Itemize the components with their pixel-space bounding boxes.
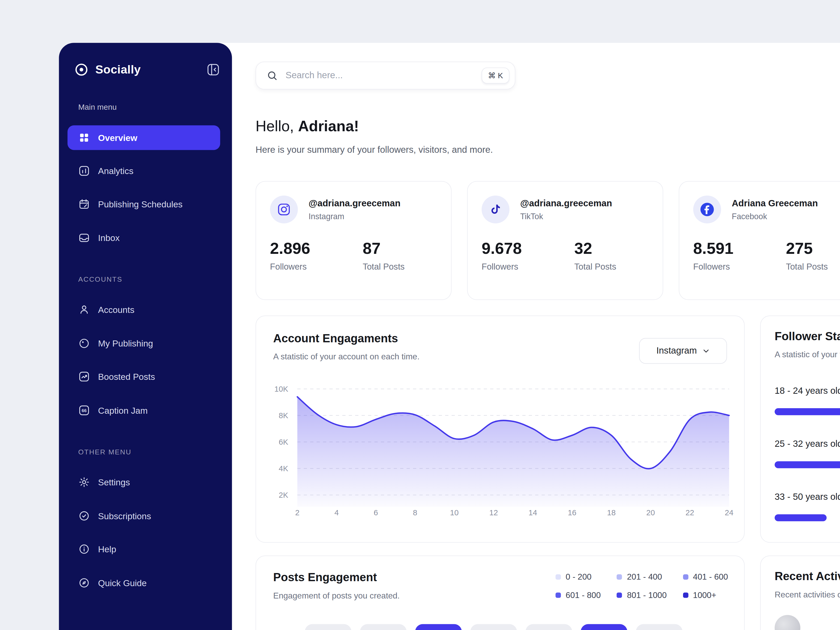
posts-count: 32 xyxy=(574,239,649,257)
page-subtitle: Here is your summary of your followers, … xyxy=(256,145,493,155)
sidebar-item-subscriptions[interactable]: Subscriptions xyxy=(68,504,220,528)
sidebar-item-my-publishing[interactable]: My Publishing xyxy=(68,331,220,356)
sidebar-item-overview[interactable]: Overview xyxy=(68,125,220,150)
account-platform: Facebook xyxy=(732,212,818,221)
heatmap-cell[interactable] xyxy=(636,624,682,630)
section-label-accounts: ACCOUNTS xyxy=(78,275,122,284)
help-icon xyxy=(78,543,90,555)
instagram-stat-card[interactable]: @adriana.greeceman Instagram 2.896Follow… xyxy=(256,181,452,300)
account-handle: @adriana.greeceman xyxy=(309,198,401,209)
socially-logo-icon xyxy=(74,62,89,77)
svg-text:12: 12 xyxy=(489,508,498,517)
sidebar-item-label: My Publishing xyxy=(98,338,153,349)
section-label-other-menu: OTHER MENU xyxy=(78,448,131,456)
search-icon xyxy=(267,70,278,81)
sidebar-item-label: Overview xyxy=(98,133,137,143)
legend-item: 1000+ xyxy=(683,591,716,600)
facebook-stat-card[interactable]: Adriana Greeceman Facebook 8.591Follower… xyxy=(679,181,840,300)
legend-item: 0 - 200 xyxy=(556,572,591,582)
section-label-main-menu: Main menu xyxy=(78,103,117,112)
heatmap-cell[interactable] xyxy=(581,624,627,630)
sidebar-item-caption-jam[interactable]: 66 Caption Jam xyxy=(68,398,220,423)
calendar-icon xyxy=(78,198,90,210)
sidebar-item-label: Accounts xyxy=(98,305,134,315)
chevron-down-icon xyxy=(702,347,710,355)
sidebar-item-quick-guide[interactable]: Quick Guide xyxy=(68,570,220,595)
followers-label: Followers xyxy=(270,262,363,272)
age-group-row: 33 - 50 years old xyxy=(775,492,840,521)
legend-dot xyxy=(617,574,622,579)
heatmap-cell[interactable] xyxy=(360,624,407,630)
svg-text:4K: 4K xyxy=(279,464,288,473)
dashboard-page: Socially Main menu Overview Analytics Pu… xyxy=(0,0,840,630)
heatmap-cell[interactable] xyxy=(415,624,462,630)
sidebar-item-label: Analytics xyxy=(98,166,133,176)
search-input[interactable] xyxy=(284,69,475,81)
followers-label: Followers xyxy=(482,262,574,272)
caption-icon: 66 xyxy=(78,404,90,416)
engagement-area-chart: 10K8K6K4K2K24681012141618202224 xyxy=(262,379,736,522)
inbox-icon xyxy=(78,232,90,244)
sidebar-item-inbox[interactable]: Inbox xyxy=(68,226,220,250)
sidebar-item-label: Help xyxy=(98,544,116,554)
followers-count: 8.591 xyxy=(693,239,786,257)
legend-dot xyxy=(683,592,688,598)
svg-text:6: 6 xyxy=(374,508,378,517)
sidebar-item-label: Caption Jam xyxy=(98,405,147,415)
account-stat-cards: @adriana.greeceman Instagram 2.896Follow… xyxy=(256,181,840,300)
heatmap-cell[interactable] xyxy=(526,624,572,630)
svg-text:66: 66 xyxy=(82,408,87,413)
card-title: Recent Activity xyxy=(775,570,840,583)
sidebar-item-analytics[interactable]: Analytics xyxy=(68,159,220,183)
user-icon xyxy=(78,304,90,316)
sidebar-item-label: Quick Guide xyxy=(98,578,147,588)
card-subtitle: Recent activities of your account xyxy=(775,590,840,600)
search-shortcut-badge: ⌘ K xyxy=(482,68,510,84)
followers-count: 2.896 xyxy=(270,239,363,257)
settings-icon xyxy=(78,476,90,488)
svg-text:20: 20 xyxy=(646,508,655,517)
heatmap-cell[interactable] xyxy=(305,624,352,630)
engagement-legend: 0 - 200 201 - 400 401 - 600 601 - 800 80… xyxy=(556,572,728,600)
sidebar-item-label: Subscriptions xyxy=(98,511,151,521)
sidebar-item-label: Inbox xyxy=(98,233,120,243)
tiktok-stat-card[interactable]: @adriana.greeceman TikTok 9.678Followers… xyxy=(467,181,663,300)
sidebar-item-publishing-schedules[interactable]: Publishing Schedules xyxy=(68,192,220,216)
card-title: Follower Statistic xyxy=(775,330,840,343)
progress-bar xyxy=(775,514,840,521)
boost-icon xyxy=(78,371,90,382)
legend-item: 801 - 1000 xyxy=(617,591,667,600)
heatmap-cell[interactable] xyxy=(471,624,517,630)
sidebar: Socially Main menu Overview Analytics Pu… xyxy=(59,43,232,630)
account-handle: Adriana Greeceman xyxy=(732,198,818,209)
svg-text:8K: 8K xyxy=(279,411,288,420)
account-platform: TikTok xyxy=(520,212,612,221)
platform-filter-dropdown[interactable]: Instagram xyxy=(639,338,727,364)
quick-guide-icon xyxy=(78,577,90,589)
followers-count: 9.678 xyxy=(482,239,574,257)
search-bar[interactable]: ⌘ K xyxy=(256,62,515,90)
sidebar-item-label: Publishing Schedules xyxy=(98,199,182,209)
sidebar-item-settings[interactable]: Settings xyxy=(68,470,220,494)
sidebar-collapse-icon[interactable] xyxy=(206,63,220,77)
dropdown-value: Instagram xyxy=(656,346,697,356)
svg-text:24: 24 xyxy=(725,508,733,517)
legend-item: 201 - 400 xyxy=(617,572,662,582)
svg-text:10K: 10K xyxy=(274,385,288,393)
grid-icon xyxy=(78,132,90,144)
publishing-icon xyxy=(78,338,90,349)
legend-dot xyxy=(683,574,688,579)
account-platform: Instagram xyxy=(309,212,401,221)
sidebar-item-accounts[interactable]: Accounts xyxy=(68,297,220,322)
legend-item: 401 - 600 xyxy=(683,572,728,582)
sidebar-item-boosted-posts[interactable]: Boosted Posts xyxy=(68,364,220,389)
posts-count: 87 xyxy=(363,239,437,257)
card-subtitle: A statistic of your followers xyxy=(775,350,840,360)
svg-text:22: 22 xyxy=(686,508,694,517)
sidebar-item-help[interactable]: Help xyxy=(68,537,220,562)
sidebar-item-label: Settings xyxy=(98,477,130,487)
legend-dot xyxy=(617,592,622,598)
age-group-label: 18 - 24 years old xyxy=(775,385,840,396)
svg-text:14: 14 xyxy=(528,508,537,517)
follower-statistic-card: Follower Statistic A statistic of your f… xyxy=(760,316,840,543)
